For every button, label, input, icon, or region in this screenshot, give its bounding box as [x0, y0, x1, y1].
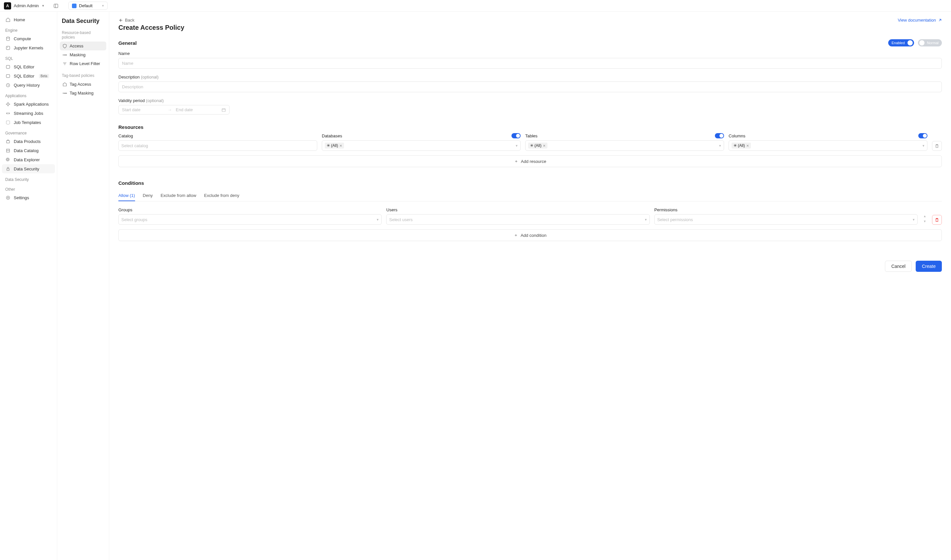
nav-query-history[interactable]: Query History [2, 80, 55, 90]
sub-tag-access[interactable]: Tag Access [60, 80, 106, 89]
users-select[interactable]: Select users ▾ [386, 214, 649, 225]
sidebar-collapse-icon[interactable] [53, 3, 58, 9]
streaming-icon [5, 111, 11, 116]
remove-tag-icon[interactable]: ✕ [340, 144, 342, 148]
svg-point-20 [66, 93, 67, 94]
create-button[interactable]: Create [916, 261, 942, 272]
svg-point-17 [66, 55, 67, 55]
chevron-down-icon: ▾ [719, 144, 721, 148]
nav-streaming[interactable]: Streaming Jobs [2, 109, 55, 118]
beta-badge: Beta [39, 74, 49, 78]
tag-text: ✳ (All) [734, 143, 745, 148]
main-sidebar: Home Engine Compute Jupyter Kernels SQL … [0, 12, 57, 560]
nav-sql-editor-beta[interactable]: SQL Editor Beta [2, 71, 55, 80]
delete-resource-button[interactable] [932, 141, 942, 151]
move-down-button[interactable]: ▾ [922, 219, 928, 223]
columns-select[interactable]: ✳ (All)✕ ▾ [729, 140, 928, 151]
description-input[interactable] [118, 82, 942, 92]
user-menu[interactable]: A Admin Admin ▾ [4, 2, 58, 9]
nav-label: SQL Editor [14, 74, 34, 78]
catalog-icon [5, 148, 11, 153]
products-icon [5, 139, 11, 144]
nav-data-security[interactable]: Data Security [2, 164, 55, 173]
sub-row-level[interactable]: Row Level Filter [60, 59, 106, 68]
enabled-toggle[interactable]: Enabled [888, 39, 914, 46]
nav-group-sql: SQL [2, 52, 55, 62]
move-up-button[interactable]: ▴ [922, 214, 928, 218]
sub-tag-masking[interactable]: Tag Masking [60, 89, 106, 97]
cancel-button[interactable]: Cancel [885, 261, 912, 272]
catalog-select[interactable]: Select catalog [118, 140, 317, 151]
add-condition-button[interactable]: ＋ Add condition [118, 229, 942, 241]
svg-rect-9 [6, 140, 9, 143]
chevron-down-icon: ▾ [102, 4, 104, 8]
databases-select[interactable]: ✳ (All)✕ ▾ [322, 140, 521, 151]
sub-access[interactable]: Access [60, 42, 106, 50]
permissions-label: Permissions [654, 208, 918, 212]
nav-label: SQL Editor [14, 65, 34, 69]
permissions-select[interactable]: Select permissions ▾ [654, 214, 918, 225]
description-label: Description (optional) [118, 75, 942, 80]
name-input[interactable] [118, 58, 942, 69]
validity-label-text: Validity period [118, 98, 145, 103]
workspace-selector[interactable]: Default ▾ [68, 2, 108, 10]
groups-select[interactable]: Select groups ▾ [118, 214, 382, 225]
tables-toggle[interactable] [715, 133, 724, 138]
tab-allow[interactable]: Allow (1) [118, 190, 135, 201]
tables-select[interactable]: ✳ (All)✕ ▾ [525, 140, 724, 151]
toggle-knob [923, 134, 927, 138]
external-link-icon [938, 18, 942, 22]
validity-label: Validity period (optional) [118, 98, 942, 103]
nav-data-catalog[interactable]: Data Catalog [2, 146, 55, 155]
catalog-placeholder: Select catalog [121, 143, 148, 148]
gear-icon [5, 195, 11, 200]
nav-data-explorer[interactable]: Data Explorer [2, 155, 55, 164]
main-content: Back View documentation Create Access Po… [109, 12, 951, 560]
user-name: Admin Admin [14, 3, 39, 8]
view-doc-link[interactable]: View documentation [898, 18, 942, 23]
tab-exclude-deny[interactable]: Exclude from deny [204, 190, 239, 201]
remove-tag-icon[interactable]: ✕ [746, 144, 749, 148]
nav-settings[interactable]: Settings [2, 193, 55, 202]
tab-deny[interactable]: Deny [143, 190, 153, 201]
tab-exclude-allow[interactable]: Exclude from allow [160, 190, 196, 201]
sub-sidebar: Data Security Resource-based policies Ac… [57, 12, 109, 560]
nav-home[interactable]: Home [2, 15, 55, 24]
users-placeholder: Select users [389, 217, 413, 222]
chevron-down-icon: ▾ [913, 217, 915, 222]
sql-icon [5, 64, 11, 69]
nav-compute[interactable]: Compute [2, 34, 55, 43]
toggle-knob [719, 134, 723, 138]
delete-condition-button[interactable] [932, 215, 942, 225]
security-icon [5, 166, 11, 171]
svg-point-19 [65, 93, 66, 94]
toggle-knob [908, 40, 913, 45]
nav-job-templates[interactable]: Job Templates [2, 118, 55, 127]
nav-spark-apps[interactable]: Spark Applications [2, 100, 55, 109]
compute-icon [5, 36, 11, 41]
page-title: Create Access Policy [118, 24, 942, 31]
nav-sql-editor[interactable]: SQL Editor [2, 62, 55, 71]
normal-toggle[interactable]: Normal [918, 39, 942, 46]
add-resource-button[interactable]: ＋ Add resource [118, 155, 942, 167]
columns-toggle[interactable] [918, 133, 928, 138]
validity-range-picker[interactable]: Start date → End date [118, 105, 229, 114]
reorder-controls: ▴ ▾ [922, 214, 928, 223]
svg-point-18 [64, 93, 65, 94]
nav-group-data-security: Data Security [2, 173, 55, 183]
nav-jupyter[interactable]: Jupyter Kernels [2, 43, 55, 52]
sub-masking[interactable]: Masking [60, 50, 106, 59]
start-date-placeholder: Start date [122, 107, 164, 112]
template-icon [5, 120, 11, 125]
nav-data-products[interactable]: Data Products [2, 137, 55, 146]
history-icon [5, 82, 11, 88]
remove-tag-icon[interactable]: ✕ [543, 144, 545, 148]
back-button[interactable]: Back [118, 18, 134, 23]
conditions-tabs: Allow (1) Deny Exclude from allow Exclud… [118, 190, 942, 202]
databases-toggle[interactable] [511, 133, 521, 138]
nav-label: Streaming Jobs [14, 111, 43, 116]
svg-rect-8 [6, 121, 9, 124]
svg-point-10 [7, 158, 9, 160]
explorer-icon [5, 157, 11, 162]
section-conditions-title: Conditions [118, 180, 942, 186]
